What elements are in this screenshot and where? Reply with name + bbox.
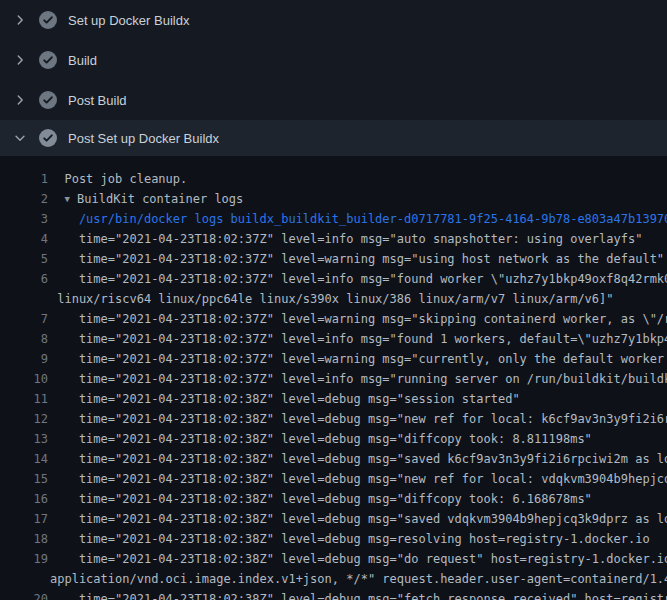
step-header-post-build[interactable]: Post Build (0, 80, 667, 120)
log-line-number[interactable]: 4 (0, 229, 48, 249)
log-line: linux/riscv64 linux/ppc64le linux/s390x … (0, 289, 667, 309)
log-line: application/vnd.oci.image.index.v1+json,… (0, 569, 667, 589)
log-line: 11 time="2021-04-23T18:02:38Z" level=deb… (0, 389, 667, 409)
log-text: time="2021-04-23T18:02:38Z" level=debug … (50, 449, 667, 469)
log-text: time="2021-04-23T18:02:38Z" level=debug … (50, 529, 650, 549)
log-text: time="2021-04-23T18:02:37Z" level=warnin… (50, 349, 667, 369)
step-header-post-set-up-docker-buildx[interactable]: Post Set up Docker Buildx (0, 120, 667, 156)
log-text: time="2021-04-23T18:02:37Z" level=info m… (50, 369, 667, 389)
log-line: 8 time="2021-04-23T18:02:37Z" level=info… (0, 329, 667, 349)
log-text: time="2021-04-23T18:02:37Z" level=info m… (50, 229, 642, 249)
log-line: 10 time="2021-04-23T18:02:37Z" level=inf… (0, 369, 667, 389)
log-line: 17 time="2021-04-23T18:02:38Z" level=deb… (0, 509, 667, 529)
log-line-number[interactable]: 18 (0, 529, 48, 549)
chevron-right-icon[interactable] (12, 12, 28, 28)
steps-list: Set up Docker BuildxBuildPost BuildPost … (0, 0, 667, 156)
log-text: time="2021-04-23T18:02:37Z" level=info m… (50, 269, 667, 289)
log-line: 13 time="2021-04-23T18:02:38Z" level=deb… (0, 429, 667, 449)
step-label: Post Set up Docker Buildx (68, 131, 219, 146)
log-line-number[interactable]: 16 (0, 489, 48, 509)
log-line-number[interactable]: 2 (0, 189, 48, 209)
log-line-number[interactable]: 6 (0, 269, 48, 289)
log-text: time="2021-04-23T18:02:38Z" level=debug … (50, 389, 520, 409)
log-text: time="2021-04-23T18:02:38Z" level=debug … (50, 549, 667, 569)
log-line-number[interactable]: 19 (0, 549, 48, 569)
step-label: Set up Docker Buildx (68, 13, 189, 28)
log-line-number[interactable]: 5 (0, 249, 48, 269)
log-line: 19 time="2021-04-23T18:02:38Z" level=deb… (0, 549, 667, 569)
log-text: time="2021-04-23T18:02:38Z" level=debug … (50, 509, 667, 529)
log-line-number[interactable]: 3 (0, 209, 48, 229)
log-text: time="2021-04-23T18:02:38Z" level=debug … (50, 429, 592, 449)
log-text: time="2021-04-23T18:02:37Z" level=warnin… (50, 309, 667, 329)
log-line-number[interactable]: 8 (0, 329, 48, 349)
step-header-set-up-docker-buildx[interactable]: Set up Docker Buildx (0, 0, 667, 40)
log-line: 5 time="2021-04-23T18:02:37Z" level=warn… (0, 249, 667, 269)
log-line: 4 time="2021-04-23T18:02:37Z" level=info… (0, 229, 667, 249)
log-text: time="2021-04-23T18:02:38Z" level=debug … (50, 409, 667, 429)
success-check-circle-icon (38, 128, 58, 148)
log-line: 3 /usr/bin/docker logs buildx_buildkit_b… (0, 209, 667, 229)
success-check-circle-icon (38, 50, 58, 70)
step-header-build[interactable]: Build (0, 40, 667, 80)
log-text: time="2021-04-23T18:02:37Z" level=info m… (50, 329, 667, 349)
log-line-number (0, 289, 48, 309)
log-line-number[interactable]: 11 (0, 389, 48, 409)
log-line-number[interactable]: 10 (0, 369, 48, 389)
log-group-header: ▼ BuildKit container logs (50, 189, 243, 209)
log-line: 14 time="2021-04-23T18:02:38Z" level=deb… (0, 449, 667, 469)
group-label[interactable]: BuildKit container logs (77, 192, 243, 206)
success-check-circle-icon (38, 90, 58, 110)
log-text: time="2021-04-23T18:02:38Z" level=debug … (50, 489, 592, 509)
log-line: 16 time="2021-04-23T18:02:38Z" level=deb… (0, 489, 667, 509)
log-line: 7 time="2021-04-23T18:02:37Z" level=warn… (0, 309, 667, 329)
log-line-number[interactable]: 7 (0, 309, 48, 329)
log-text: application/vnd.oci.image.index.v1+json,… (50, 569, 667, 589)
log-line: 1 Post job cleanup. (0, 169, 667, 189)
log-lines: 1 Post job cleanup.2 ▼ BuildKit containe… (0, 156, 667, 600)
chevron-right-icon[interactable] (12, 92, 28, 108)
log-line-number[interactable]: 12 (0, 409, 48, 429)
log-command-text: /usr/bin/docker logs buildx_buildkit_bui… (50, 209, 667, 229)
log-line-number[interactable]: 1 (0, 169, 48, 189)
log-text: linux/riscv64 linux/ppc64le linux/s390x … (50, 289, 614, 309)
step-label: Build (68, 53, 97, 68)
log-line-number[interactable]: 9 (0, 349, 48, 369)
success-check-circle-icon (38, 10, 58, 30)
log-line: 9 time="2021-04-23T18:02:37Z" level=warn… (0, 349, 667, 369)
log-text: time="2021-04-23T18:02:38Z" level=debug … (50, 469, 667, 489)
log-line-number[interactable]: 17 (0, 509, 48, 529)
log-line: 15 time="2021-04-23T18:02:38Z" level=deb… (0, 469, 667, 489)
log-text: Post job cleanup. (50, 169, 187, 189)
log-line: 2 ▼ BuildKit container logs (0, 189, 667, 209)
log-line-number (0, 569, 48, 589)
chevron-right-icon[interactable] (12, 52, 28, 68)
log-line: 6 time="2021-04-23T18:02:37Z" level=info… (0, 269, 667, 289)
log-line-number[interactable]: 14 (0, 449, 48, 469)
log-line: 20 time="2021-04-23T18:02:38Z" level=deb… (0, 589, 667, 600)
log-text: time="2021-04-23T18:02:37Z" level=warnin… (50, 249, 664, 269)
log-text: time="2021-04-23T18:02:38Z" level=debug … (50, 589, 667, 600)
log-line-number[interactable]: 15 (0, 469, 48, 489)
chevron-down-icon[interactable] (12, 130, 28, 146)
log-line: 12 time="2021-04-23T18:02:38Z" level=deb… (0, 409, 667, 429)
log-line-number[interactable]: 20 (0, 589, 48, 600)
group-expanded-triangle-icon[interactable]: ▼ (64, 189, 69, 209)
log-line-number[interactable]: 13 (0, 429, 48, 449)
step-label: Post Build (68, 93, 127, 108)
log-line: 18 time="2021-04-23T18:02:38Z" level=deb… (0, 529, 667, 549)
